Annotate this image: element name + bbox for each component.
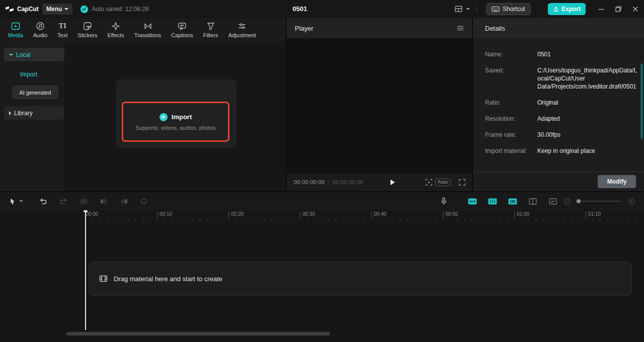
close-button[interactable] [631,5,640,13]
delete-left-icon[interactable] [99,197,108,206]
tab-transitions[interactable]: Transitions [134,22,161,38]
timeline-horizontal-scrollbar[interactable] [66,332,330,335]
details-divider [473,172,644,172]
total-timecode: 00:00:00:00 [333,179,363,185]
ratio-button[interactable]: Ratio [435,179,451,186]
tab-adjustment[interactable]: Adjustment [228,22,256,38]
playhead[interactable] [85,210,86,330]
tab-effects[interactable]: Effects [107,22,124,38]
timeline-toolbar [0,192,644,210]
details-panel: Details Name: 0501 Saved: C:/Users/topgu… [473,18,644,191]
tab-text[interactable]: TI Text [57,22,67,38]
ruler-tick: 00:10 [157,211,172,217]
zoom-slider-knob[interactable] [577,199,581,203]
detail-value: 0501 [537,50,639,58]
delete-right-icon[interactable] [119,197,128,206]
tab-media[interactable]: Media [8,22,23,38]
import-button[interactable]: Import [159,113,192,121]
ruler-tick: 00:30 [300,211,315,217]
preview-axis-icon[interactable] [528,197,537,206]
detail-label: Name: [485,50,537,58]
capcut-logo: CapCut [5,0,39,18]
asset-tabstrip: Media Audio TI Text Stickers Effects Tra… [0,18,286,41]
render-preview-icon[interactable] [548,197,557,206]
effects-icon [111,22,120,31]
plus-icon [159,113,168,121]
tab-label: Stickers [77,32,97,38]
timeline-ruler[interactable]: 00:00 00:10 00:20 00:30 00:40 00:50 01:0… [0,210,644,221]
detail-label: Resolution: [485,115,537,123]
tab-captions[interactable]: Captions [171,22,193,38]
player-controls: 00:00:00:00 | 00:00:00:00 Ratio [287,173,472,191]
player-menu-icon[interactable] [457,26,464,31]
link-clips-icon[interactable] [508,197,517,206]
minimize-button[interactable] [597,5,606,13]
media-icon [11,22,20,31]
zoom-in-icon[interactable] [627,197,636,206]
snapshot-icon[interactable] [425,178,433,186]
detail-label: Saved: [485,66,537,91]
auto-snap-icon[interactable] [488,197,497,206]
detail-value: Original [537,99,639,107]
sidebar-item-library[interactable]: Library [4,106,64,120]
main-track-magnet-icon[interactable] [468,197,477,206]
select-tool-chevron-icon[interactable] [18,197,24,206]
sidebar-item-local[interactable]: Local [4,48,64,61]
tab-audio[interactable]: Audio [33,22,47,38]
select-tool-icon[interactable] [8,197,17,206]
track-dropzone[interactable]: Drag material here and start to create [89,262,632,296]
import-button-label: Import [172,113,192,121]
detail-row-name: Name: 0501 [473,50,644,58]
restore-button[interactable] [614,5,623,13]
menu-button[interactable]: Menu [42,4,72,15]
export-button[interactable]: Export [548,3,586,15]
shortcut-label: Shortcut [503,6,525,13]
modify-button[interactable]: Modify [598,175,636,188]
detail-value: Adapted [537,115,639,123]
layout-grid-icon[interactable] [454,5,463,14]
tab-stickers[interactable]: Stickers [77,22,97,38]
detail-row-import-material: Import material: Keep in original place [473,147,644,155]
play-button[interactable] [388,178,396,186]
player-header: Player [287,18,472,38]
export-label: Export [561,6,581,13]
autosave-status: Auto saved: 12:08:28 [80,0,148,18]
undo-icon[interactable] [39,197,48,206]
ruler-tick: 00:00 [86,211,98,217]
player-panel: Player 00:00:00:00 | 00:00:00:00 Ratio [287,18,472,191]
menu-label: Menu [46,6,62,13]
zoom-out-icon[interactable] [562,197,572,206]
details-header: Details [473,18,644,38]
voiceover-mic-icon[interactable] [439,197,448,206]
chevron-right-icon [9,111,11,115]
detail-row-saved: Saved: C:/Users/topgus_thinkpad/AppData/… [473,66,644,91]
timeline-zoom-slider[interactable] [576,201,621,202]
logo-text: CapCut [17,6,39,13]
details-title: Details [485,25,505,32]
fullscreen-icon[interactable] [458,178,466,186]
shortcut-button[interactable]: Shortcut [486,3,531,15]
text-icon: TI [59,22,66,31]
split-icon[interactable] [79,197,88,206]
filters-icon [206,22,215,31]
layout-chevron-icon[interactable] [465,5,471,14]
player-viewport[interactable] [287,38,472,173]
local-label: Local [16,51,31,58]
sidebar-item-ai-generated[interactable]: AI generated [12,86,58,99]
ruler-tick: 00:40 [371,211,386,217]
dropzone-text: Drag material here and start to create [114,275,222,283]
capcut-logo-icon [5,6,14,12]
import-dropzone-card[interactable]: Import Supports: videos, audios, photos [116,79,236,148]
timecode-separator: | [328,179,329,185]
sticker-icon [83,22,92,31]
sidebar-item-import[interactable]: Import [20,70,64,79]
ruler-tick: 01:00 [514,211,529,217]
detail-row-resolution: Resolution: Adapted [473,115,644,123]
playhead-handle[interactable] [84,210,88,212]
crop-icon[interactable] [139,197,148,206]
redo-icon[interactable] [59,197,68,206]
details-scrollbar[interactable] [640,63,643,139]
export-icon [553,6,559,12]
adjustment-icon [237,22,247,31]
tab-filters[interactable]: Filters [203,22,218,38]
